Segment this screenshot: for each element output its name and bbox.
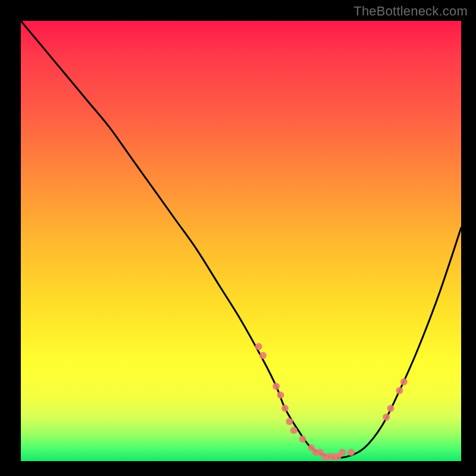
sample-point: [277, 392, 284, 399]
sample-point: [383, 414, 390, 421]
chart-frame: TheBottleneck.com: [0, 0, 476, 476]
plot-area: [21, 21, 461, 461]
sample-point: [387, 405, 394, 412]
sample-point: [299, 436, 306, 443]
sample-point: [286, 418, 293, 425]
sample-point: [396, 387, 403, 394]
sample-points-group: [255, 343, 408, 461]
bottleneck-curve: [21, 21, 461, 458]
sample-point: [347, 449, 355, 456]
bottleneck-chart-svg: [21, 21, 461, 461]
sample-point: [273, 383, 280, 390]
sample-point: [255, 343, 262, 350]
sample-point: [259, 352, 267, 359]
sample-point: [339, 449, 346, 456]
watermark-text: TheBottleneck.com: [353, 4, 468, 19]
sample-point: [281, 405, 289, 412]
sample-point: [290, 427, 298, 434]
sample-point: [400, 378, 408, 386]
